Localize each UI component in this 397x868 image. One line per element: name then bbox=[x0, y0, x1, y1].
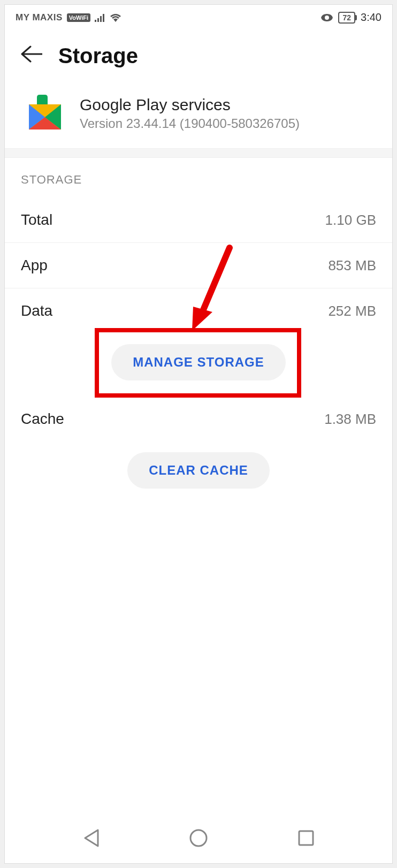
svg-rect-2 bbox=[100, 16, 102, 22]
nav-back-icon[interactable] bbox=[81, 828, 101, 848]
app-row: App 853 MB bbox=[5, 243, 392, 288]
cache-label: Cache bbox=[21, 410, 64, 428]
status-right: 72 3:40 bbox=[321, 11, 381, 24]
svg-rect-0 bbox=[95, 20, 96, 22]
app-version: Version 23.44.14 (190400-580326705) bbox=[80, 116, 300, 131]
svg-point-6 bbox=[190, 830, 207, 846]
clock: 3:40 bbox=[361, 11, 381, 24]
data-row: Data 252 MB bbox=[5, 288, 392, 333]
total-row: Total 1.10 GB bbox=[5, 197, 392, 243]
app-name: Google Play services bbox=[80, 96, 300, 114]
vowifi-badge: VoWiFi bbox=[67, 13, 90, 22]
total-value: 1.10 GB bbox=[325, 212, 376, 229]
status-bar: MY MAXIS VoWiFi 72 3:40 bbox=[5, 5, 392, 28]
page-title: Storage bbox=[58, 44, 138, 68]
svg-rect-3 bbox=[103, 14, 104, 22]
navigation-bar bbox=[5, 813, 392, 863]
battery-indicator: 72 bbox=[338, 12, 355, 24]
signal-icon bbox=[95, 13, 105, 22]
screen: MY MAXIS VoWiFi 72 3:40 Storage bbox=[4, 4, 393, 864]
clear-cache-container: CLEAR CACHE bbox=[5, 441, 392, 505]
cache-row: Cache 1.38 MB bbox=[5, 397, 392, 441]
play-services-icon bbox=[26, 95, 64, 132]
clear-cache-button[interactable]: CLEAR CACHE bbox=[127, 452, 270, 489]
nav-home-icon[interactable] bbox=[188, 828, 209, 848]
svg-rect-7 bbox=[299, 831, 313, 845]
app-value: 853 MB bbox=[328, 257, 376, 274]
app-details: Google Play services Version 23.44.14 (1… bbox=[80, 96, 300, 131]
app-info: Google Play services Version 23.44.14 (1… bbox=[5, 84, 392, 148]
svg-rect-1 bbox=[97, 18, 99, 22]
status-left: MY MAXIS VoWiFi bbox=[16, 12, 121, 23]
manage-storage-button[interactable]: MANAGE STORAGE bbox=[111, 344, 286, 380]
section-header: STORAGE bbox=[5, 158, 392, 197]
cache-value: 1.38 MB bbox=[324, 411, 376, 428]
wifi-icon bbox=[110, 13, 121, 22]
total-label: Total bbox=[21, 211, 52, 229]
data-value: 252 MB bbox=[328, 303, 376, 319]
carrier-label: MY MAXIS bbox=[16, 12, 63, 23]
nav-recent-icon[interactable] bbox=[296, 828, 316, 848]
section-divider bbox=[5, 148, 392, 158]
data-label: Data bbox=[21, 302, 52, 319]
app-label: App bbox=[21, 257, 48, 274]
header: Storage bbox=[5, 28, 392, 84]
back-arrow-icon[interactable] bbox=[21, 45, 42, 67]
manage-storage-container: MANAGE STORAGE bbox=[5, 333, 392, 397]
eye-icon bbox=[321, 14, 333, 21]
